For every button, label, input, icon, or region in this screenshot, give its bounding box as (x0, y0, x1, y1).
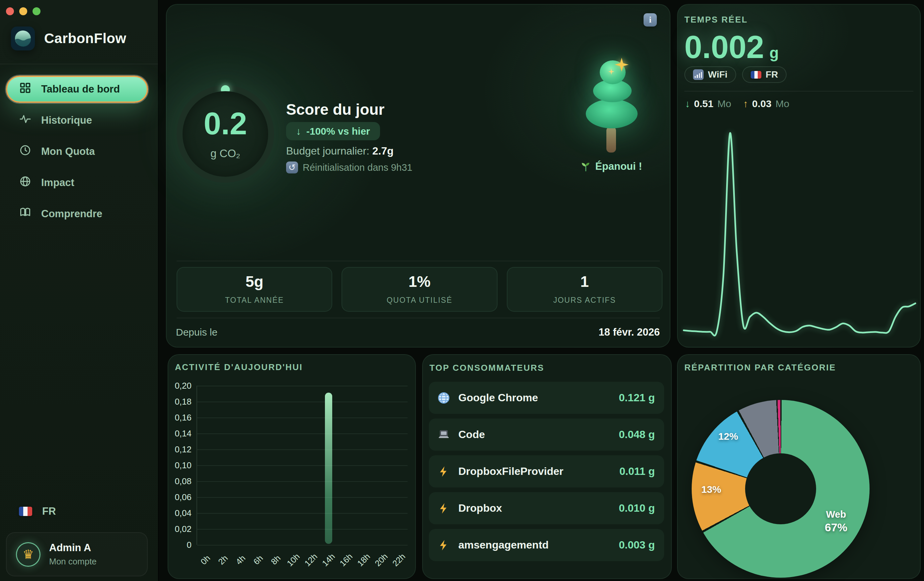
clock-icon (19, 144, 31, 159)
tree-status-label: Épanoui ! (595, 161, 642, 173)
window-close-button[interactable] (6, 7, 14, 15)
laptop-icon (437, 428, 450, 441)
tree-trunk (606, 127, 616, 153)
realtime-panel: TEMPS RÉEL 0.002 g WiFi FR ↓ 0.51 Mo ↑ 0… (677, 4, 921, 347)
gauge-unit: g CO₂ (210, 147, 240, 160)
wifi-badge[interactable]: WiFi (685, 66, 736, 83)
tree-status: Épanoui ! (575, 161, 648, 173)
score-card: i 0.2 g CO₂ Score du jour ↓ -100% vs hie… (166, 4, 670, 347)
language-switcher[interactable]: FR (19, 505, 56, 517)
country-label: FR (766, 69, 778, 80)
since-date: 18 févr. 2026 (599, 326, 660, 338)
x-axis-tick: 0h (198, 553, 212, 566)
consumer-name: amsengagementd (458, 539, 610, 551)
gridline (197, 386, 408, 386)
sidebar-item-tableau-de-bord[interactable]: Tableau de bord (6, 76, 148, 103)
list-item[interactable]: DropboxFileProvider 0.011 g (429, 455, 664, 487)
app-logo-icon (11, 26, 35, 50)
y-axis-tick: 0,16 (168, 413, 191, 423)
list-item[interactable]: Google Chrome 0.121 g (429, 382, 664, 414)
y-axis-tick: 0,06 (168, 492, 191, 502)
gridline (197, 529, 408, 530)
sidebar: CarbonFlow Tableau de bord Historique Mo… (0, 0, 158, 581)
bar-chart-y-axis: 0,200,180,160,140,120,100,080,060,040,02… (168, 355, 191, 580)
y-axis-tick: 0,18 (168, 397, 191, 407)
sidebar-item-impact[interactable]: Impact (6, 169, 148, 196)
realtime-unit: g (769, 44, 779, 62)
top-consumers-title: TOP CONSOMMATEURS (429, 363, 544, 373)
list-item[interactable]: amsengagementd 0.003 g (429, 529, 664, 561)
download-value: 0.51 (694, 98, 713, 109)
activity-icon (19, 113, 31, 128)
sparkles-icon (614, 57, 629, 72)
bar-chart-x-axis: 0h2h4h6h8h10h12h14h16h18h20h22h (196, 550, 408, 560)
zap-icon (437, 539, 450, 551)
y-axis-tick: 0 (168, 540, 191, 550)
zap-icon (437, 502, 450, 514)
gridline (197, 497, 408, 498)
sparkle-small-icon (608, 68, 615, 75)
divider (177, 261, 660, 261)
gridline (197, 513, 408, 514)
score-gauge: 0.2 g CO₂ (177, 85, 274, 183)
gridline (197, 465, 408, 466)
x-axis-tick: 22h (390, 551, 407, 568)
account-name: Admin A (49, 542, 97, 554)
divider (685, 91, 913, 92)
list-item[interactable]: Code 0.048 g (429, 418, 664, 451)
y-axis-tick: 0,14 (168, 428, 191, 439)
realtime-value-row: 0.002 g (685, 31, 779, 63)
stat-value: 5g (246, 274, 264, 289)
x-axis-tick: 12h (302, 551, 319, 568)
arrow-down-icon: ↓ (685, 98, 690, 109)
trend-label: -100% vs hier (306, 126, 370, 137)
grid-icon (19, 82, 31, 97)
stat-value: 1% (409, 274, 431, 289)
gridline (197, 449, 408, 450)
category-breakdown-card: RÉPARTITION PAR CATÉGORIE 12% 13% Web 67… (677, 354, 921, 579)
activity-bar (325, 393, 332, 544)
arrow-down-icon: ↓ (296, 126, 301, 137)
france-flag-icon (751, 71, 761, 79)
sidebar-item-mon-quota[interactable]: Mon Quota (6, 138, 148, 165)
consumer-name: Dropbox (458, 502, 610, 514)
signal-bars-icon (693, 69, 704, 80)
window-maximize-button[interactable] (33, 7, 41, 15)
donut-label-orange: 13% (701, 484, 721, 495)
sidebar-item-historique[interactable]: Historique (6, 107, 148, 134)
sidebar-item-comprendre[interactable]: Comprendre (6, 200, 148, 227)
zap-icon (437, 466, 450, 477)
consumers-list: Google Chrome 0.121 g Code 0.048 g Dropb… (429, 382, 664, 561)
category-breakdown-title: RÉPARTITION PAR CATÉGORIE (685, 362, 836, 373)
stats-row: 5g TOTAL ANNÉE 1% QUOTA UTILISÉ 1 JOURS … (177, 267, 662, 312)
account-subtitle: Mon compte (49, 556, 97, 567)
top-consumers-card: TOP CONSOMMATEURS Google Chrome 0.121 g … (422, 354, 672, 579)
y-axis-tick: 0,12 (168, 444, 191, 455)
sidebar-nav: Tableau de bord Historique Mon Quota Imp… (6, 76, 148, 227)
divider (177, 318, 660, 318)
account-card[interactable]: ♛ Admin A Mon compte (6, 532, 148, 576)
consumer-name: Google Chrome (458, 392, 610, 404)
consumer-value: 0.048 g (619, 428, 655, 441)
reset-label: Réinitialisation dans 9h31 (303, 162, 412, 173)
info-icon[interactable]: i (644, 13, 657, 26)
realtime-badges: WiFi FR (685, 66, 787, 83)
country-badge[interactable]: FR (742, 66, 787, 83)
refresh-icon: ↺ (286, 161, 298, 173)
download-stat: ↓ 0.51 Mo (685, 98, 731, 109)
window-minimize-button[interactable] (19, 7, 27, 15)
realtime-title: TEMPS RÉEL (685, 15, 748, 25)
consumer-value: 0.121 g (619, 392, 655, 404)
globe-icon (19, 175, 31, 190)
since-label: Depuis le (176, 327, 218, 338)
activity-title: ACTIVITÉ D'AUJOURD'HUI (175, 362, 303, 372)
consumer-name: Code (458, 428, 610, 441)
consumer-value: 0.010 g (619, 502, 655, 514)
gridline (197, 402, 408, 402)
activity-card: ACTIVITÉ D'AUJOURD'HUI 0,200,180,160,140… (168, 354, 416, 579)
x-axis-tick: 10h (285, 551, 301, 568)
gridline (197, 418, 408, 418)
list-item[interactable]: Dropbox 0.010 g (429, 492, 664, 524)
seedling-icon (581, 161, 591, 172)
donut-label-blue: 12% (718, 431, 738, 442)
